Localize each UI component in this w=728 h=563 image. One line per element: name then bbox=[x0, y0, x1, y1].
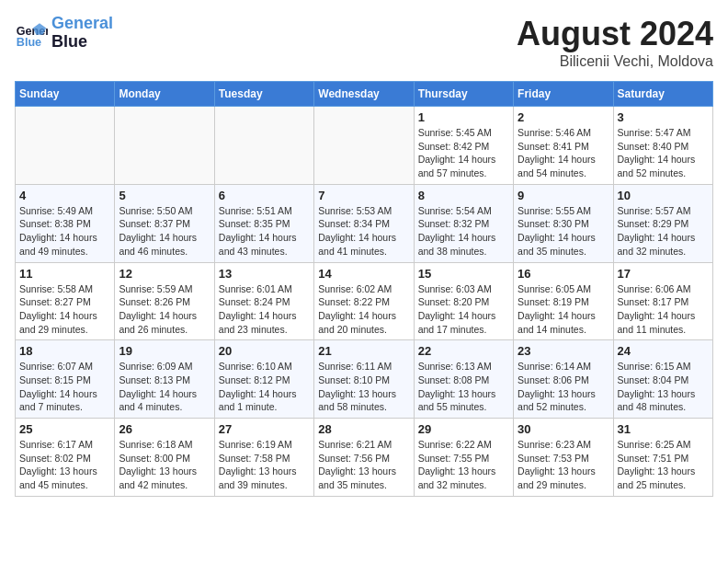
day-cell: 26Sunrise: 6:18 AMSunset: 8:00 PMDayligh… bbox=[115, 419, 214, 497]
day-info: Sunrise: 6:11 AMSunset: 8:10 PMDaylight:… bbox=[318, 360, 409, 414]
day-number: 17 bbox=[618, 267, 709, 281]
day-cell: 5Sunrise: 5:50 AMSunset: 8:37 PMDaylight… bbox=[115, 184, 214, 262]
day-number: 10 bbox=[618, 189, 709, 202]
day-info: Sunrise: 5:54 AMSunset: 8:32 PMDaylight:… bbox=[418, 204, 509, 259]
day-info: Sunrise: 6:18 AMSunset: 8:00 PMDaylight:… bbox=[119, 438, 210, 492]
weekday-header-sunday: Sunday bbox=[16, 82, 115, 107]
day-cell bbox=[115, 107, 214, 185]
day-info: Sunrise: 5:58 AMSunset: 8:27 PMDaylight:… bbox=[19, 282, 110, 337]
calendar: SundayMondayTuesdayWednesdayThursdayFrid… bbox=[15, 81, 713, 497]
day-number: 25 bbox=[19, 422, 110, 436]
day-cell: 8Sunrise: 5:54 AMSunset: 8:32 PMDaylight… bbox=[414, 184, 513, 262]
day-number: 16 bbox=[518, 267, 609, 281]
day-cell: 19Sunrise: 6:09 AMSunset: 8:13 PMDayligh… bbox=[115, 340, 214, 419]
day-info: Sunrise: 5:57 AMSunset: 8:29 PMDaylight:… bbox=[618, 204, 709, 259]
day-number: 6 bbox=[219, 189, 310, 202]
day-info: Sunrise: 6:03 AMSunset: 8:20 PMDaylight:… bbox=[418, 282, 509, 337]
day-cell: 22Sunrise: 6:13 AMSunset: 8:08 PMDayligh… bbox=[414, 340, 513, 419]
day-cell: 13Sunrise: 6:01 AMSunset: 8:24 PMDayligh… bbox=[214, 262, 313, 340]
day-cell: 10Sunrise: 5:57 AMSunset: 8:29 PMDayligh… bbox=[613, 184, 712, 262]
day-number: 13 bbox=[219, 267, 310, 281]
day-cell: 11Sunrise: 5:58 AMSunset: 8:27 PMDayligh… bbox=[16, 262, 115, 340]
day-number: 1 bbox=[418, 110, 509, 124]
day-number: 27 bbox=[219, 422, 310, 436]
weekday-header-monday: Monday bbox=[115, 82, 214, 107]
logo-text-general: General bbox=[51, 15, 113, 33]
day-info: Sunrise: 5:55 AMSunset: 8:30 PMDaylight:… bbox=[518, 204, 609, 259]
week-row-1: 1Sunrise: 5:45 AMSunset: 8:42 PMDaylight… bbox=[16, 107, 713, 185]
day-cell: 4Sunrise: 5:49 AMSunset: 8:38 PMDaylight… bbox=[16, 184, 115, 262]
day-cell: 6Sunrise: 5:51 AMSunset: 8:35 PMDaylight… bbox=[214, 184, 313, 262]
day-cell: 2Sunrise: 5:46 AMSunset: 8:41 PMDaylight… bbox=[514, 107, 613, 185]
day-number: 9 bbox=[518, 189, 609, 202]
weekday-header-wednesday: Wednesday bbox=[314, 82, 414, 107]
day-info: Sunrise: 5:53 AMSunset: 8:34 PMDaylight:… bbox=[318, 204, 409, 259]
day-number: 22 bbox=[418, 344, 509, 358]
day-info: Sunrise: 5:47 AMSunset: 8:40 PMDaylight:… bbox=[618, 126, 709, 180]
day-number: 4 bbox=[19, 189, 110, 202]
title-block: August 2024 Bilicenii Vechi, Moldova bbox=[517, 15, 713, 70]
day-cell: 3Sunrise: 5:47 AMSunset: 8:40 PMDaylight… bbox=[613, 107, 712, 185]
day-number: 31 bbox=[618, 422, 709, 436]
day-info: Sunrise: 5:49 AMSunset: 8:38 PMDaylight:… bbox=[19, 204, 110, 259]
day-info: Sunrise: 6:01 AMSunset: 8:24 PMDaylight:… bbox=[219, 282, 310, 337]
day-info: Sunrise: 6:23 AMSunset: 7:53 PMDaylight:… bbox=[518, 438, 609, 492]
day-cell: 30Sunrise: 6:23 AMSunset: 7:53 PMDayligh… bbox=[514, 419, 613, 497]
logo-icon: General Blue bbox=[15, 17, 48, 50]
day-number: 7 bbox=[318, 189, 409, 202]
month-title: August 2024 bbox=[517, 15, 713, 53]
day-info: Sunrise: 6:14 AMSunset: 8:06 PMDaylight:… bbox=[518, 360, 609, 414]
day-cell: 28Sunrise: 6:21 AMSunset: 7:56 PMDayligh… bbox=[314, 419, 414, 497]
weekday-header-friday: Friday bbox=[514, 82, 613, 107]
day-number: 29 bbox=[418, 422, 509, 436]
day-cell: 29Sunrise: 6:22 AMSunset: 7:55 PMDayligh… bbox=[414, 419, 513, 497]
day-cell: 27Sunrise: 6:19 AMSunset: 7:58 PMDayligh… bbox=[214, 419, 313, 497]
day-number: 12 bbox=[119, 267, 210, 281]
weekday-header-thursday: Thursday bbox=[414, 82, 513, 107]
day-number: 8 bbox=[418, 189, 509, 202]
day-cell: 9Sunrise: 5:55 AMSunset: 8:30 PMDaylight… bbox=[514, 184, 613, 262]
day-number: 30 bbox=[518, 422, 609, 436]
page-header: General Blue General Blue August 2024 Bi… bbox=[15, 15, 713, 70]
day-number: 21 bbox=[318, 344, 409, 358]
day-info: Sunrise: 5:59 AMSunset: 8:26 PMDaylight:… bbox=[119, 282, 210, 337]
day-number: 18 bbox=[19, 344, 110, 358]
day-cell: 17Sunrise: 6:06 AMSunset: 8:17 PMDayligh… bbox=[613, 262, 712, 340]
day-number: 23 bbox=[518, 344, 609, 358]
week-row-4: 18Sunrise: 6:07 AMSunset: 8:15 PMDayligh… bbox=[16, 340, 713, 419]
day-cell bbox=[16, 107, 115, 185]
day-info: Sunrise: 5:46 AMSunset: 8:41 PMDaylight:… bbox=[518, 126, 609, 180]
day-info: Sunrise: 5:50 AMSunset: 8:37 PMDaylight:… bbox=[119, 204, 210, 259]
day-cell: 31Sunrise: 6:25 AMSunset: 7:51 PMDayligh… bbox=[613, 419, 712, 497]
day-cell: 25Sunrise: 6:17 AMSunset: 8:02 PMDayligh… bbox=[16, 419, 115, 497]
day-number: 19 bbox=[119, 344, 210, 358]
logo: General Blue General Blue bbox=[15, 15, 113, 52]
weekday-header-row: SundayMondayTuesdayWednesdayThursdayFrid… bbox=[16, 82, 713, 107]
week-row-5: 25Sunrise: 6:17 AMSunset: 8:02 PMDayligh… bbox=[16, 419, 713, 497]
day-info: Sunrise: 6:17 AMSunset: 8:02 PMDaylight:… bbox=[19, 438, 110, 492]
day-info: Sunrise: 6:13 AMSunset: 8:08 PMDaylight:… bbox=[418, 360, 509, 414]
svg-text:Blue: Blue bbox=[17, 36, 41, 49]
day-cell: 14Sunrise: 6:02 AMSunset: 8:22 PMDayligh… bbox=[314, 262, 414, 340]
day-info: Sunrise: 6:10 AMSunset: 8:12 PMDaylight:… bbox=[219, 360, 310, 414]
day-number: 11 bbox=[19, 267, 110, 281]
day-number: 20 bbox=[219, 344, 310, 358]
day-info: Sunrise: 6:22 AMSunset: 7:55 PMDaylight:… bbox=[418, 438, 509, 492]
day-cell: 20Sunrise: 6:10 AMSunset: 8:12 PMDayligh… bbox=[214, 340, 313, 419]
day-number: 5 bbox=[119, 189, 210, 202]
day-cell: 12Sunrise: 5:59 AMSunset: 8:26 PMDayligh… bbox=[115, 262, 214, 340]
day-info: Sunrise: 6:06 AMSunset: 8:17 PMDaylight:… bbox=[618, 282, 709, 337]
day-info: Sunrise: 6:02 AMSunset: 8:22 PMDaylight:… bbox=[318, 282, 409, 337]
day-info: Sunrise: 6:25 AMSunset: 7:51 PMDaylight:… bbox=[618, 438, 709, 492]
day-number: 2 bbox=[518, 110, 609, 124]
day-number: 28 bbox=[318, 422, 409, 436]
day-cell: 21Sunrise: 6:11 AMSunset: 8:10 PMDayligh… bbox=[314, 340, 414, 419]
day-cell: 23Sunrise: 6:14 AMSunset: 8:06 PMDayligh… bbox=[514, 340, 613, 419]
day-info: Sunrise: 6:21 AMSunset: 7:56 PMDaylight:… bbox=[318, 438, 409, 492]
day-number: 14 bbox=[318, 267, 409, 281]
day-cell: 15Sunrise: 6:03 AMSunset: 8:20 PMDayligh… bbox=[414, 262, 513, 340]
day-cell: 24Sunrise: 6:15 AMSunset: 8:04 PMDayligh… bbox=[613, 340, 712, 419]
weekday-header-saturday: Saturday bbox=[613, 82, 712, 107]
day-cell: 1Sunrise: 5:45 AMSunset: 8:42 PMDaylight… bbox=[414, 107, 513, 185]
week-row-2: 4Sunrise: 5:49 AMSunset: 8:38 PMDaylight… bbox=[16, 184, 713, 262]
